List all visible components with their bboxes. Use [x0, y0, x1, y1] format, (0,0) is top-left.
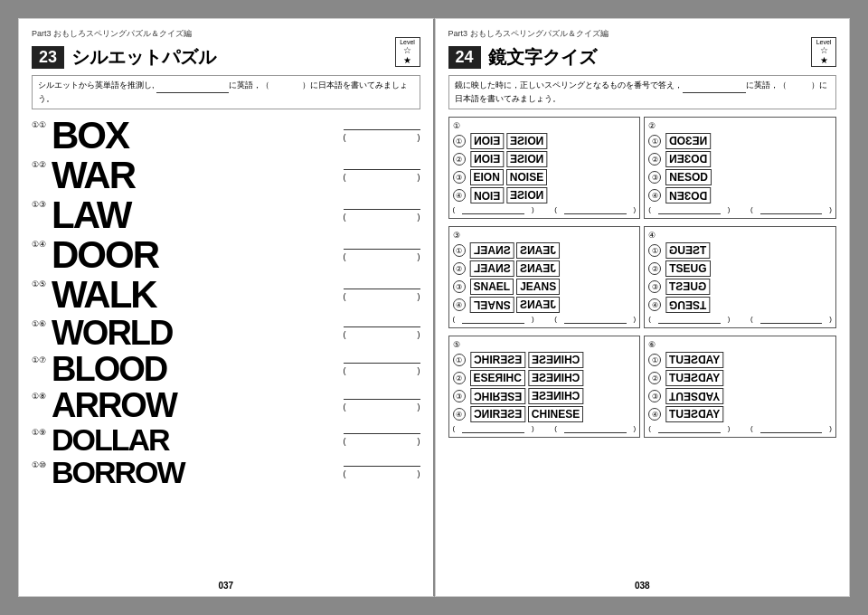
quiz-group-4: ④ ① TSEUG ② TSEUG ③ GUEST ④ TSEUG — [644, 226, 836, 328]
opt-3-1: ① SNAEL JEANS — [453, 242, 637, 259]
opt-4-1: ① TSEUG — [648, 242, 832, 259]
puzzle-item-2: ② WAR () — [32, 156, 420, 194]
ans-blank-4[interactable] — [658, 315, 721, 324]
opt-4-2: ② TSEUG — [648, 260, 832, 277]
opt-6-4: ④ YADSΕUT — [648, 406, 832, 422]
opt-word-2-2: DOЗEN — [665, 151, 711, 167]
ans-paren-open-2b: ( — [750, 205, 753, 214]
ans-blank-2[interactable] — [658, 205, 721, 214]
opt-circle-3-4: ④ — [453, 298, 466, 311]
opt-word2-5-4: CHINESE — [528, 406, 583, 422]
stars-right: ☆★ — [813, 45, 835, 65]
item-num-9: ⑨ — [32, 428, 46, 437]
opt-word-2-1: NEЗOD — [665, 133, 711, 149]
ans-blank-3b[interactable] — [564, 315, 627, 324]
blank-4[interactable] — [344, 249, 420, 250]
ans-paren-open-1: ( — [453, 205, 456, 214]
paren-5: () — [344, 292, 420, 301]
opt-circle-6-2: ② — [648, 372, 661, 384]
quiz-group-1: ① ① EION NOISE ② EION NOISE ③ EION NOISE — [448, 117, 641, 219]
opt-6-1: ① YADSEUT — [648, 352, 832, 368]
answer-2: () — [339, 169, 420, 182]
opt-word-4-4: TSEUG — [665, 297, 710, 313]
quiz-group-5-num: ⑤ — [453, 340, 637, 349]
opt-4-3: ③ GUEST — [648, 279, 832, 295]
puzzle-item-9: ⑨ DOLLAR () — [32, 424, 420, 455]
ans-blank-2b[interactable] — [760, 205, 823, 214]
opt-circle-4-2: ② — [648, 262, 661, 275]
quiz-group-5: ⑤ ① ESEЯIНC CHINESE ② ESEЯIНC CHINESE ③ … — [448, 336, 641, 438]
puzzle-item-6: ⑥ WORLD () — [32, 316, 420, 350]
opt-word-4-2: TSEUG — [665, 260, 710, 277]
ans-blank-6[interactable] — [658, 424, 721, 433]
ans-blank-5[interactable] — [462, 424, 524, 433]
opt-word-3-3: SNAEL — [470, 279, 514, 295]
ans-blank-3[interactable] — [462, 315, 524, 324]
opt-word-4-1: TSEUG — [665, 242, 710, 259]
opt-2-1: ① NEЗOD — [648, 133, 832, 149]
ans-blank-6b[interactable] — [760, 424, 823, 433]
answer-7: () — [339, 363, 420, 375]
quiz-group-4-num: ④ — [648, 231, 832, 240]
ans-row-6: ( ) ( ) — [648, 424, 832, 433]
opt-word-1-2: EION — [470, 151, 504, 167]
word-1: BOX — [52, 117, 334, 155]
ans-paren-open-3: ( — [453, 315, 456, 324]
opt-5-2: ② ESEЯIНC CHINESE — [453, 370, 637, 386]
answer-6: () — [339, 326, 420, 339]
opt-circle-3-2: ② — [453, 262, 466, 275]
opt-word2-1-3: NOISE — [506, 169, 547, 185]
opt-word-4-3: GUEST — [665, 279, 710, 295]
ans-blank-5b[interactable] — [564, 424, 627, 433]
ans-row-4: ( ) ( ) — [648, 315, 832, 324]
quiz-group-2: ② ① NEЗOD ② DOЗEN ③ NESOD ④ DOЗEN — [644, 117, 836, 219]
word-8: ARROW — [52, 388, 334, 422]
blank-7[interactable] — [344, 363, 420, 364]
opt-word2-1-2: NOISE — [506, 151, 547, 167]
ans-blank-1[interactable] — [462, 205, 524, 214]
opt-3-4: ④ SNAEL JEANS — [453, 297, 637, 313]
level-label-right: Level — [813, 39, 835, 45]
opt-word-1-4: EION — [470, 187, 504, 203]
opt-word-5-4: ESEЯINC — [470, 406, 525, 422]
blank-6[interactable] — [344, 326, 420, 327]
opt-circle-6-3: ③ — [648, 390, 661, 402]
opt-5-1: ① ESEЯIНC CHINESE — [453, 352, 637, 368]
opt-word-5-2: ESEЯIНC — [470, 370, 525, 386]
opt-circle-5-2: ② — [453, 372, 466, 384]
ans-paren-open-5b: ( — [554, 424, 557, 433]
ans-blank-1b[interactable] — [564, 205, 627, 214]
ans-row-2: ( ) ( ) — [648, 205, 832, 214]
ans-row-3: ( ) ( ) — [453, 315, 637, 324]
word-6: WORLD — [52, 316, 334, 350]
word-3: LAW — [52, 196, 334, 234]
word-10: BORROW — [52, 457, 334, 487]
paren-2: () — [344, 173, 420, 182]
blank-5[interactable] — [344, 289, 420, 289]
opt-1-4: ④ EION NOISE — [453, 187, 637, 203]
blank-2[interactable] — [344, 169, 420, 170]
ans-paren-open-2: ( — [648, 205, 651, 214]
blank-9[interactable] — [344, 433, 420, 434]
opt-circle-2-2: ② — [648, 153, 661, 166]
blank-8[interactable] — [344, 399, 420, 400]
instructions-left: シルエットから英単語を推測し, に英語，（ ）に日本語を書いてみましょう。 — [32, 75, 420, 109]
blank-10[interactable] — [344, 466, 420, 467]
opt-word2-3-4: JEANS — [516, 297, 560, 313]
ans-blank-4b[interactable] — [760, 315, 823, 324]
opt-3-3: ③ SNAEL JEANS — [453, 279, 637, 295]
opt-word-6-2: YADSЕUT — [665, 370, 723, 386]
answer-4: () — [339, 249, 420, 261]
opt-2-4: ④ DOЗEN — [648, 187, 832, 203]
blank-3[interactable] — [344, 209, 420, 210]
blank-1[interactable] — [344, 129, 420, 130]
opt-word-2-3: NESOD — [665, 169, 712, 185]
item-num-10: ⑩ — [32, 460, 46, 469]
word-4: DOOR — [52, 236, 334, 274]
section-title-left: シルエットパズル — [71, 45, 216, 70]
puzzle-item-8: ⑧ ARROW () — [32, 388, 420, 422]
paren-6: () — [344, 330, 420, 339]
section-header-left: 23 シルエットパズル Level ☆★ — [32, 45, 420, 70]
item-num-4: ④ — [32, 240, 46, 249]
opt-word-2-4: DOЗEN — [665, 187, 711, 203]
